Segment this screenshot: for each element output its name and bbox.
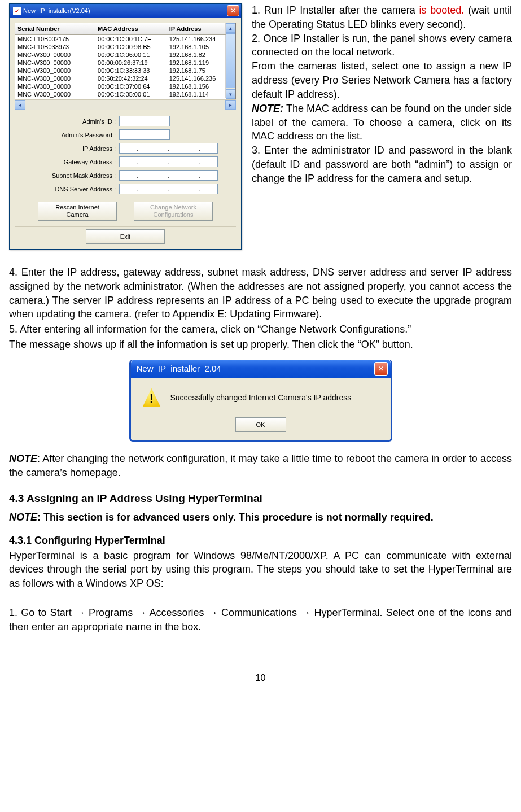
table-row[interactable]: MNC-W300_0000000:0C:1C:07:00:64192.168.1… (15, 82, 226, 90)
note-text: The MAC address can be found on the unde… (252, 103, 512, 142)
col-serial[interactable]: Serial Number (15, 23, 95, 35)
subnet-label: Subnet Mask Address : (17, 172, 119, 179)
scroll-down-icon[interactable]: ▾ (226, 89, 235, 99)
table-row[interactable]: MNC-W300_0000000:0C:1C:05:00:01192.168.1… (15, 90, 226, 99)
admin-id-input[interactable] (119, 116, 170, 126)
app-icon: ✔ (13, 7, 21, 15)
scroll-up-icon[interactable]: ▴ (226, 23, 235, 33)
step3: 3. Enter the administrator ID and passwo… (252, 145, 512, 184)
scroll-left-icon[interactable]: ◂ (15, 100, 25, 110)
dns-input[interactable]: ... (119, 184, 218, 194)
gateway-input[interactable]: ... (119, 156, 218, 167)
change-config-button[interactable]: Change Network Configurations (134, 202, 213, 221)
table-row[interactable]: MNC-L10B03397300:0C:1C:00:98:B5192.168.1… (15, 43, 226, 51)
gateway-label: Gateway Address : (17, 159, 119, 165)
scroll-thumb[interactable] (226, 33, 235, 88)
window-title: New_IP_installer(V2.04) (23, 7, 90, 14)
ip-input[interactable]: ... (119, 143, 218, 154)
step5b: The message shows up if all the informat… (9, 338, 512, 352)
step1-a: 1. Run IP Installer after the camera (252, 5, 419, 16)
admin-id-label: Admin's ID : (17, 118, 119, 125)
horizontal-scrollbar[interactable]: ◂ ▸ (15, 99, 236, 110)
table-row[interactable]: MNC-W300_0000000:50:20:42:32:24125.141.1… (15, 75, 226, 82)
note2-text: : After changing the network configurati… (9, 453, 512, 478)
scroll-right-icon[interactable]: ▸ (225, 100, 236, 110)
hyper-step1: 1. Go to Start → Programs → Accessories … (9, 606, 512, 634)
dns-label: DNS Server Address : (17, 186, 119, 193)
dialog-message: Successfully changed Internet Camera's I… (170, 392, 352, 403)
section-4-3-1: 4.3.1 Configuring HyperTerminal (9, 534, 512, 548)
step2: 2. Once IP Installer is run, the panel s… (252, 33, 512, 58)
rescan-button[interactable]: Rescan Internet Camera (38, 202, 117, 221)
table-row[interactable]: MNC-L10B00217500:0C:1C:00:1C:7F125.141.1… (15, 35, 226, 43)
table-row[interactable]: MNC-W300_0000000:0C:1C:06:00:11192.168.1… (15, 51, 226, 59)
ok-button[interactable]: OK (235, 417, 286, 432)
dialog-title: New_IP_installer_2.04 (137, 363, 221, 375)
step1-red: is booted. (419, 5, 464, 16)
instructions-right: 1. Run IP Installer after the camera is … (252, 3, 512, 186)
dialog-titlebar: New_IP_installer_2.04 ✕ (131, 360, 391, 378)
exit-button[interactable]: Exit (86, 229, 165, 244)
step4: 4. Enter the IP address, gateway address… (9, 265, 512, 321)
step5: 5. After entering all information for th… (9, 322, 512, 337)
col-mac[interactable]: MAC Address (95, 23, 167, 35)
table-row[interactable]: MNC-W300_0000000:00:00:26:37:19192.168.1… (15, 59, 226, 67)
col-ip[interactable]: IP Address (167, 23, 225, 35)
dialog-close-icon[interactable]: ✕ (374, 362, 388, 376)
success-dialog: New_IP_installer_2.04 ✕ ! Successfully c… (129, 360, 392, 442)
admin-pw-input[interactable] (119, 129, 170, 140)
close-icon[interactable]: ✕ (227, 5, 239, 16)
table-row[interactable]: MNC-W300_0000000:0C:1C:33:33:33192.168.1… (15, 67, 226, 75)
page-number: 10 (9, 673, 512, 683)
ip-label: IP Address : (17, 145, 119, 152)
section-4-3: 4.3 Assigning an IP Address Using HyperT… (9, 491, 512, 506)
note3-label: NOTE (9, 512, 37, 523)
camera-table: Serial Number MAC Address IP Address MNC… (15, 23, 236, 99)
window-titlebar: ✔ New_IP_installer(V2.04) ✕ (10, 4, 241, 18)
note-label: NOTE: (252, 103, 283, 114)
hyper-desc: HyperTerminal is a basic program for Win… (9, 549, 512, 591)
warning-icon: ! (142, 388, 161, 408)
note3-text: : This section is for advanced users onl… (37, 512, 434, 523)
note2-label: NOTE (9, 453, 37, 464)
subnet-input[interactable]: ... (119, 170, 218, 181)
step2b: From the cameras listed, select one to a… (252, 60, 512, 100)
admin-pw-label: Admin's Password : (17, 132, 119, 138)
vertical-scrollbar[interactable]: ▴ ▾ (226, 23, 235, 99)
ip-installer-window: ✔ New_IP_installer(V2.04) ✕ Serial Numbe… (9, 3, 242, 250)
